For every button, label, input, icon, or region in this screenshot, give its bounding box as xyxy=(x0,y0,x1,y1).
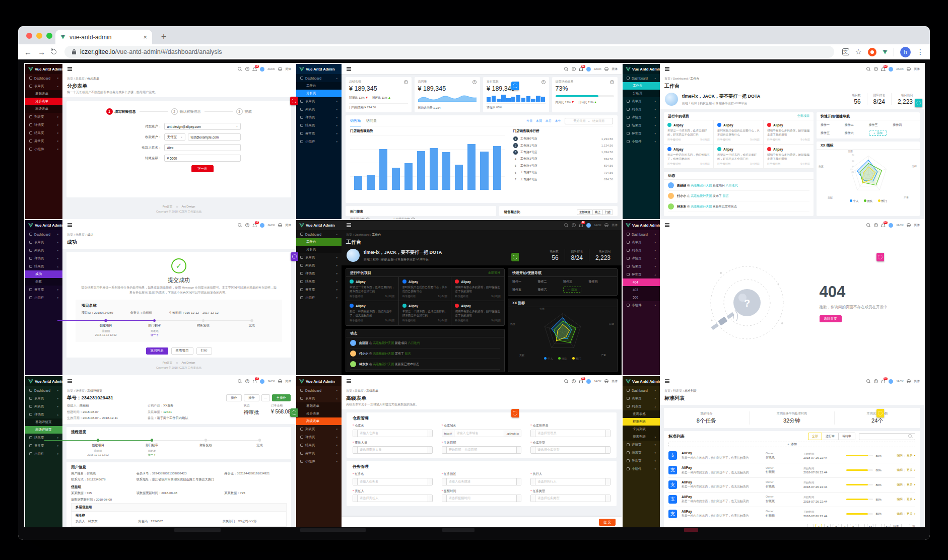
project-card[interactable]: Alipay 希望是一个好东西，也许是最好的，好东西是不会消亡的 科学搬砖组9小… xyxy=(346,277,399,301)
app-logo[interactable]: Vue Antd Admin xyxy=(296,220,342,230)
sidebar-item[interactable]: 列表页▾ xyxy=(25,246,62,254)
help-icon[interactable] xyxy=(245,379,249,383)
sidebar-item[interactable]: Dashboard▴ xyxy=(623,74,660,82)
sidebar-item[interactable]: 详情页▾ xyxy=(25,254,62,262)
footer-link[interactable]: Pro首页 xyxy=(163,205,173,208)
sidebar-item[interactable]: 结果页▾ xyxy=(623,262,660,270)
form-input[interactable]: 请选择提醒时间 xyxy=(442,495,522,502)
app-logo[interactable]: Vue Antd Admin xyxy=(25,220,62,230)
sidebar-item[interactable]: 结果页▾ xyxy=(623,449,660,457)
bell-icon[interactable]: 12 xyxy=(881,67,886,72)
theme-settings-handle[interactable] xyxy=(291,252,298,261)
sidebar-item[interactable]: Dashboard▾ xyxy=(623,230,660,238)
feed-group-link[interactable]: 高逼格设计天团 xyxy=(373,341,394,344)
user-avatar[interactable] xyxy=(889,379,893,384)
language-icon[interactable] xyxy=(278,223,282,227)
sidebar-subitem[interactable]: 分析页 xyxy=(296,90,342,97)
feed-target-link[interactable]: 留言 xyxy=(723,194,729,197)
form-input[interactable]: 请选择执行人 xyxy=(530,478,611,485)
language-icon[interactable] xyxy=(907,67,911,71)
help-icon[interactable] xyxy=(572,223,576,227)
project-card[interactable]: Alipay 城镇中有那么多的酒馆，她却偏偏走进了我的酒馆 科学搬砖组9小时前 xyxy=(764,145,814,169)
sidebar-item[interactable]: 异常页▴ xyxy=(623,270,660,278)
page-size-select[interactable]: 5▾ xyxy=(884,524,891,527)
range-link[interactable]: 本年 xyxy=(555,119,561,123)
user-avatar[interactable] xyxy=(586,67,591,72)
menu-fold-icon[interactable] xyxy=(347,225,351,225)
menu-fold-icon[interactable] xyxy=(347,68,351,69)
quick-link[interactable]: 操作三 xyxy=(869,123,892,127)
sidebar-item[interactable]: 小组件▾ xyxy=(623,301,660,309)
form-input[interactable]: 请输入仓库名 xyxy=(353,430,433,437)
app-logo[interactable]: Vue Antd Admin xyxy=(623,376,660,386)
list-item[interactable]: 支 AliPay那是一种内在的东西，他们到达不了，也无法触及的 Owner付晓晓… xyxy=(668,463,915,478)
quick-link[interactable]: 操作二 xyxy=(538,279,562,284)
sidebar-item[interactable]: 小组件▾ xyxy=(623,137,660,146)
info-icon[interactable] xyxy=(541,80,546,84)
sidebar-subitem[interactable]: 查询表格 xyxy=(623,410,660,418)
user-avatar[interactable] xyxy=(889,223,893,228)
range-link[interactable]: 本月 xyxy=(546,119,552,123)
page-button[interactable]: 4 xyxy=(841,524,848,527)
sidebar-item[interactable]: 异常页▾ xyxy=(296,129,342,137)
sidebar-item[interactable]: 表单页▾ xyxy=(25,394,62,402)
theme-settings-handle[interactable] xyxy=(511,409,519,417)
app-logo[interactable]: Vue Antd Admin xyxy=(623,220,660,230)
help-icon[interactable] xyxy=(245,223,249,227)
search-icon[interactable] xyxy=(564,67,569,72)
more-actions-button[interactable]: ··· xyxy=(261,394,270,401)
user-avatar[interactable] xyxy=(889,67,893,72)
payee-name-input[interactable]: Alex xyxy=(164,144,241,151)
action-button[interactable]: 操作 xyxy=(244,394,259,401)
help-icon[interactable] xyxy=(874,223,878,227)
bell-icon[interactable]: 12 xyxy=(579,223,583,228)
sidebar-subitem[interactable]: 高级详情页 xyxy=(25,426,62,434)
range-link[interactable]: 本周 xyxy=(536,119,542,123)
range-today[interactable]: 今日本周本月本年 xyxy=(526,119,561,123)
translate-icon[interactable] xyxy=(842,48,849,55)
project-card[interactable]: Alipay 希望是一个好东西，也许是最好的，好东西是不会消亡的 科学搬砖组9小… xyxy=(664,120,714,145)
edit-link[interactable]: 编辑 xyxy=(897,453,903,458)
project-card[interactable]: Alipay 那时候我只会想自己想要什么，从不想自己拥有什么 科学搬砖组9小时前 xyxy=(714,120,764,145)
sidebar-item[interactable]: Dashboard▴ xyxy=(296,74,342,82)
next-page-button[interactable]: › xyxy=(875,524,882,527)
menu-fold-icon[interactable] xyxy=(67,68,72,69)
language-icon[interactable] xyxy=(604,67,608,71)
menu-fold-icon[interactable] xyxy=(665,225,669,225)
sidebar-item[interactable]: 表单页▾ xyxy=(623,97,660,105)
form-input[interactable]: 请输入任务名 xyxy=(353,478,433,485)
sidebar-subitem[interactable]: 成功 xyxy=(25,270,62,278)
quick-link[interactable]: 操作二 xyxy=(845,123,868,127)
action-button[interactable]: 操作 xyxy=(226,394,242,401)
sidebar-item[interactable]: 详情页▾ xyxy=(296,433,342,441)
theme-settings-handle[interactable] xyxy=(876,409,884,417)
project-card[interactable]: Alipay 希望是一个好东西，也许是最好的，好东西是不会消亡的 科学搬砖组9小… xyxy=(399,301,452,325)
page-button[interactable]: 2 xyxy=(824,524,831,527)
bookmark-star-icon[interactable]: ☆ xyxy=(855,47,862,56)
language-icon[interactable] xyxy=(278,379,282,383)
theme-settings-handle[interactable] xyxy=(511,82,519,90)
form-input[interactable]: 开始日期 ~ 结束日期 xyxy=(442,446,522,454)
form-input[interactable]: 请选择责任人 xyxy=(353,495,433,502)
more-link[interactable]: 更多 xyxy=(907,497,913,502)
bell-icon[interactable]: 12 xyxy=(881,379,886,384)
quick-link[interactable]: 操作一 xyxy=(821,123,844,127)
feed-group-link[interactable]: 高逼格设计天团 xyxy=(373,352,394,355)
theme-settings-handle[interactable] xyxy=(290,408,298,417)
sidebar-item[interactable]: 表单页▾ xyxy=(296,97,342,105)
bell-icon[interactable]: 12 xyxy=(881,223,886,228)
sidebar-item[interactable]: Dashboard▾ xyxy=(296,386,342,394)
language-icon[interactable] xyxy=(907,379,911,383)
app-logo[interactable]: Vue Antd Admin xyxy=(25,64,62,74)
sidebar-subitem[interactable]: 卡片列表 xyxy=(623,426,660,433)
form-input[interactable]: 请选择任务类型 xyxy=(530,495,611,502)
date-range-input[interactable]: 开始日期~结束日期 xyxy=(565,118,613,124)
app-logo[interactable]: Vue Antd Admin xyxy=(296,64,342,74)
urge-link[interactable]: 催一下 xyxy=(151,333,159,336)
menu-fold-icon[interactable] xyxy=(347,381,351,381)
feed-target-link[interactable]: 八月迭代 xyxy=(726,184,738,187)
list-item[interactable]: 支 AliPay那是一种内在的东西，他们到达不了，也无法触及的 Owner付晓晓… xyxy=(668,449,915,463)
quick-link[interactable]: 操作六 xyxy=(845,131,868,135)
user-avatar[interactable] xyxy=(260,223,264,228)
list-filter[interactable]: 等待中 xyxy=(839,433,855,440)
